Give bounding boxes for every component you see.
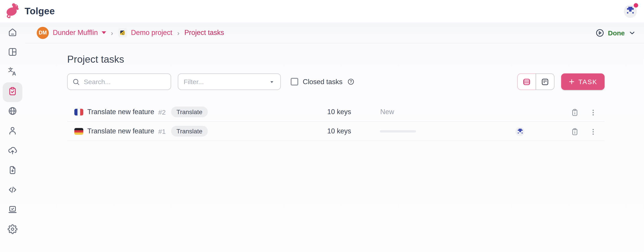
sidebar-item-home[interactable] <box>3 23 22 43</box>
breadcrumb-separator: › <box>110 29 114 36</box>
task-state-label: Done <box>608 29 625 36</box>
content-pane: DM Dunder Mufflin › <box>25 22 644 252</box>
search-input[interactable] <box>84 78 166 85</box>
file-download-icon <box>8 165 18 177</box>
tolgee-mouse-icon <box>5 2 21 20</box>
identicon-icon <box>516 128 523 135</box>
sidebar-item-developer[interactable] <box>3 201 22 220</box>
sidebar-item-integrate[interactable] <box>3 181 22 201</box>
assignee-avatar[interactable] <box>516 127 524 136</box>
task-scope-badge: Translate <box>171 107 208 117</box>
cloud-upload-icon <box>8 145 18 157</box>
board-view-icon <box>540 77 549 86</box>
main-content: Project tasks Filter... <box>67 43 604 141</box>
kebab-menu-icon <box>589 127 597 136</box>
sidebar-item-translations[interactable]: 文A <box>3 63 22 82</box>
code-icon <box>8 185 18 197</box>
search-box <box>67 73 171 90</box>
task-number: #1 <box>158 127 166 135</box>
french-flag-icon <box>74 109 83 115</box>
translate-icon: 文A <box>8 67 18 78</box>
sidebar: 文A <box>0 22 25 252</box>
user-avatar[interactable] <box>624 5 637 18</box>
cheese-icon <box>119 29 126 36</box>
clipboard-info-icon <box>570 108 579 117</box>
task-menu-button[interactable] <box>588 107 598 117</box>
breadcrumb-org[interactable]: Dunder Mufflin <box>53 29 106 37</box>
task-status: New <box>380 108 394 116</box>
board-view-button[interactable] <box>536 73 554 90</box>
identicon-icon <box>626 5 635 17</box>
select-caret-icon <box>269 79 275 85</box>
closed-tasks-checkbox[interactable] <box>291 78 298 85</box>
controls-row: Filter... Closed tasks ? <box>67 73 604 90</box>
org-dropdown-caret-icon <box>102 31 106 34</box>
german-flag-icon <box>74 128 83 135</box>
user-icon <box>8 126 18 137</box>
task-row[interactable]: Translate new feature #2 Translate 10 ke… <box>67 102 604 122</box>
task-progress-bar <box>380 130 416 132</box>
org-avatar[interactable]: DM <box>37 27 49 39</box>
app-bar: Tolgee <box>0 0 644 22</box>
layout-dashboard-icon <box>8 47 18 59</box>
play-circle-icon <box>595 28 604 37</box>
task-row[interactable]: Translate new feature #1 Translate 10 ke… <box>67 122 604 141</box>
project-avatar <box>118 28 127 37</box>
filter-select[interactable]: Filter... <box>178 73 281 90</box>
breadcrumb-page: Project tasks <box>184 29 224 37</box>
gear-icon <box>8 224 18 236</box>
breadcrumb-separator: › <box>176 29 180 36</box>
plus-icon <box>568 78 575 85</box>
home-icon <box>8 27 18 39</box>
task-keys-count: 10 keys <box>284 127 351 135</box>
task-detail-button[interactable] <box>570 107 580 117</box>
notification-dot <box>634 3 638 7</box>
sidebar-item-members[interactable] <box>3 122 22 141</box>
clipboard-check-icon <box>8 86 18 98</box>
task-scope-badge: Translate <box>171 126 208 137</box>
tolgee-app: Tolgee <box>0 0 644 252</box>
view-toggle <box>517 73 554 90</box>
task-name: Translate new feature <box>87 108 154 116</box>
list-view-icon <box>522 77 531 86</box>
breadcrumb: DM Dunder Mufflin › <box>37 27 224 39</box>
sidebar-item-settings[interactable] <box>3 220 22 240</box>
breadcrumb-bar: DM Dunder Mufflin › <box>25 22 644 43</box>
page-title: Project tasks <box>67 54 604 65</box>
svg-text:?: ? <box>350 79 352 83</box>
task-keys-count: 10 keys <box>284 108 351 116</box>
task-list: Translate new feature #2 Translate 10 ke… <box>67 102 604 141</box>
breadcrumb-project[interactable]: Demo project <box>131 29 172 37</box>
chevron-down-icon <box>628 29 636 36</box>
task-menu-button[interactable] <box>588 127 598 137</box>
closed-tasks-label: Closed tasks <box>303 78 342 86</box>
sidebar-item-export[interactable] <box>3 161 22 181</box>
sidebar-item-languages[interactable] <box>3 102 22 122</box>
svg-text:A: A <box>12 70 16 76</box>
sidebar-item-tasks[interactable] <box>3 82 22 102</box>
add-task-button[interactable]: TASK <box>561 73 604 90</box>
tolgee-logo[interactable]: Tolgee <box>5 2 55 20</box>
workspace: 文A <box>0 22 644 252</box>
task-name: Translate new feature <box>87 127 154 135</box>
logo-wordmark: Tolgee <box>25 6 55 16</box>
help-circle-icon[interactable]: ? <box>347 78 354 85</box>
list-view-button[interactable] <box>517 73 536 90</box>
closed-tasks-toggle[interactable]: Closed tasks ? <box>291 78 354 86</box>
laptop-check-icon <box>8 205 18 216</box>
sidebar-item-import[interactable] <box>3 141 22 161</box>
task-number: #2 <box>158 108 166 116</box>
search-icon <box>72 78 80 86</box>
kebab-menu-icon <box>589 108 597 117</box>
sidebar-item-dashboard[interactable] <box>3 43 22 63</box>
task-state-selector[interactable]: Done <box>595 28 636 37</box>
clipboard-info-icon <box>570 127 579 136</box>
filter-placeholder: Filter... <box>184 78 269 85</box>
globe-icon <box>8 106 18 118</box>
task-detail-button[interactable] <box>570 127 580 137</box>
